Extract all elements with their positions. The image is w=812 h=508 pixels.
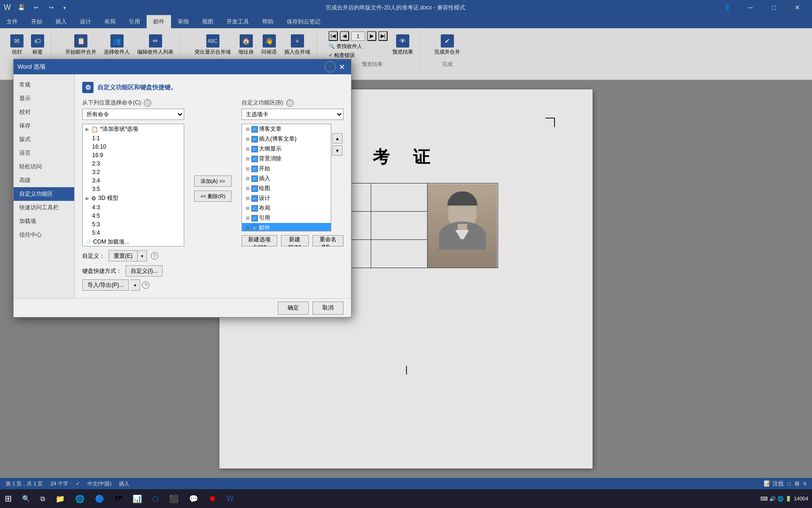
list-item-16-9[interactable]: 16:9 [83, 151, 184, 159]
nav-language[interactable]: 语言 [14, 146, 74, 160]
import-export-info-icon[interactable]: ? [142, 281, 149, 289]
move-down-button[interactable]: ▼ [332, 145, 343, 156]
import-export-button[interactable]: 导入/导出(P)... [82, 279, 129, 291]
dialog-nav: 常规 显示 校对 保存 版式 语言 轻松访问 高级 自定义功能区 快速访问工具栏… [14, 74, 75, 298]
search-button[interactable]: 🔍 [17, 490, 35, 507]
tree-item-outline[interactable]: ⊞ ✓ 大纲显示 [242, 144, 331, 154]
new-group-button[interactable]: 新建组(N) [281, 235, 309, 246]
list-item-2-3[interactable]: 2:3 [83, 159, 184, 168]
item-label: 布局 [259, 204, 270, 212]
tree-item-insert[interactable]: ⊞ ✓ 插入 [242, 174, 331, 183]
reset-dropdown-arrow[interactable]: ▾ [138, 250, 147, 262]
list-item-3-5[interactable]: 3:5 [83, 185, 184, 193]
explorer-button[interactable]: 📁 [51, 490, 70, 507]
expand-icon: ▶ [86, 196, 89, 201]
commands-dropdown[interactable]: 所有命令 [82, 109, 184, 120]
right-dropdown-row: 主选项卡 [242, 109, 344, 120]
nav-general[interactable]: 常规 [14, 78, 74, 92]
nav-addins[interactable]: 加载项 [14, 214, 74, 228]
dialog-help-button[interactable]: ? [325, 61, 336, 72]
keyboard-row: 键盘快捷方式： 自定义(I)... [82, 265, 344, 277]
check-icon: ✓ [251, 175, 258, 182]
item-label: 4:3 [92, 204, 100, 211]
tree-item-bg-remove[interactable]: ⊞ ✓ 背景消除 [242, 154, 331, 164]
list-item-shapes[interactable]: ▶ 📋 *添加形状*选项 [83, 124, 184, 134]
item-label: 3:2 [92, 169, 100, 175]
list-item-5-3[interactable]: 5:3 [83, 220, 184, 229]
list-item-1-1[interactable]: 1:1 [83, 134, 184, 143]
nav-accessibility[interactable]: 轻松访问 [14, 160, 74, 174]
maps-button[interactable]: 🗺 [110, 490, 127, 507]
ribbon-dropdown[interactable]: 主选项卡 [242, 109, 344, 120]
list-item-3d[interactable]: ▶ ⚙ 3D 模型 [83, 193, 184, 203]
terminal-button[interactable]: ⬛ [164, 490, 183, 507]
taskview-button[interactable]: ⧉ [36, 490, 50, 507]
nav-customize-ribbon[interactable]: 自定义功能区 [14, 187, 74, 201]
clock: 14004 [794, 496, 808, 501]
commands-list[interactable]: ▶ 📋 *添加形状*选项 1:1 16:10 16:9 [82, 124, 184, 246]
left-column: 从下列位置选择命令(C): ⓘ 所有命令 ▶ 📋 *添加形状*选项 [82, 99, 184, 246]
list-item-4-5[interactable]: 4:5 [83, 212, 184, 220]
list-item-5-4[interactable]: 5:4 [83, 229, 184, 237]
confirm-button[interactable]: 确定 [278, 302, 309, 315]
explorer-icon: 📁 [55, 494, 65, 503]
word-taskbar-button[interactable]: W [222, 490, 238, 507]
dialog-body: 常规 显示 校对 保存 版式 语言 轻松访问 高级 自定义功能区 快速访问工具栏… [14, 74, 351, 298]
check-icon: ✓ [251, 146, 258, 152]
cancel-button[interactable]: 取消 [312, 302, 344, 315]
move-up-button[interactable]: ▲ [332, 133, 343, 143]
dialog-close-button[interactable]: ✕ [336, 61, 347, 72]
left-col-label: 从下列位置选择命令(C): ⓘ [82, 99, 184, 107]
item-label: 2:3 [92, 160, 100, 167]
reset-button[interactable]: 重置(E) [109, 250, 138, 262]
reset-info-icon[interactable]: ? [151, 252, 158, 260]
tree-item-insert-blog[interactable]: ⊞ ✓ 插入(博客文章) [242, 134, 331, 144]
add-button[interactable]: 添加(A) >> [194, 175, 232, 187]
excel-taskbar-button[interactable]: 📊 [128, 490, 147, 507]
nav-quick-access[interactable]: 快速访问工具栏 [14, 201, 74, 214]
right-info-icon[interactable]: ⓘ [286, 99, 294, 107]
start-button[interactable]: ⊞ [0, 490, 16, 507]
nav-trust-center[interactable]: 信任中心 [14, 228, 74, 242]
system-icons: ⌨ 🔊 🌐 🔋 [760, 496, 792, 502]
ribbon-list[interactable]: ⊞ ✓ 博客文章 ⊞ ✓ 插入(博客文章) ⊞ ✓ [242, 124, 331, 231]
dev-tools-button[interactable]: 🔵 [90, 490, 109, 507]
dialog-title-bar: Word 选项 ? ✕ [14, 59, 351, 74]
nav-display[interactable]: 显示 [14, 92, 74, 105]
nav-proofing[interactable]: 校对 [14, 105, 74, 119]
list-item-3-2[interactable]: 3:2 [83, 168, 184, 176]
keyboard-customize-button[interactable]: 自定义(I)... [125, 265, 163, 277]
expand-icon: ⊞ [245, 136, 250, 142]
dialog-main-content: ⚙ 自定义功能区和键盘快捷键。 从下列位置选择命令(C): ⓘ 所有命令 [75, 74, 351, 298]
list-item-4-3[interactable]: 4:3 [83, 203, 184, 212]
remove-button[interactable]: << 删除(R) [194, 190, 232, 202]
list-item-com[interactable]: 📄 COM 加载项... [83, 237, 184, 246]
nav-layout[interactable]: 版式 [14, 133, 74, 146]
item-label: 3:4 [92, 177, 100, 184]
expand-icon: ⊞ [245, 186, 250, 191]
wechat-button[interactable]: 💬 [184, 490, 203, 507]
list-item-3-4[interactable]: 3:4 [83, 176, 184, 185]
left-info-icon[interactable]: ⓘ [144, 99, 151, 107]
list-item-16-10[interactable]: 16:10 [83, 143, 184, 151]
edge-button[interactable]: 🌐 [70, 490, 89, 507]
record-icon: ⏺ [209, 494, 216, 503]
tree-item-references[interactable]: ⊞ ✓ 引用 [242, 213, 331, 223]
tree-item-draw[interactable]: ⊞ ✓ 绘图 [242, 183, 331, 193]
tree-item-home[interactable]: ⊞ ✓ 开始 [242, 164, 331, 174]
item-label: 5:4 [92, 230, 100, 236]
rename-button[interactable]: 重命名(M)... [312, 235, 344, 246]
tree-item-design[interactable]: ⊞ ✓ 设计 [242, 193, 331, 203]
new-tab-button[interactable]: 新建选项卡(W) [242, 235, 277, 246]
tree-item-mailings[interactable]: ⊞ ✓ 邮件 [242, 223, 331, 231]
taskbar: ⊞ 🔍 ⧉ 📁 🌐 🔵 🗺 📊 ⬡ ⬛ 💬 [0, 489, 812, 508]
recording-button[interactable]: ⏺ [204, 490, 221, 507]
check-icon: ✓ [251, 215, 258, 222]
import-export-arrow[interactable]: ▾ [131, 279, 140, 291]
nav-save[interactable]: 保存 [14, 119, 74, 133]
vscode-button[interactable]: ⬡ [148, 490, 164, 507]
taskbar-items: ⊞ 🔍 ⧉ 📁 🌐 🔵 🗺 📊 ⬡ ⬛ 💬 [0, 489, 238, 508]
nav-advanced[interactable]: 高级 [14, 174, 74, 187]
tree-item-layout[interactable]: ⊞ ✓ 布局 [242, 203, 331, 213]
tree-item-blog[interactable]: ⊞ ✓ 博客文章 [242, 124, 331, 134]
